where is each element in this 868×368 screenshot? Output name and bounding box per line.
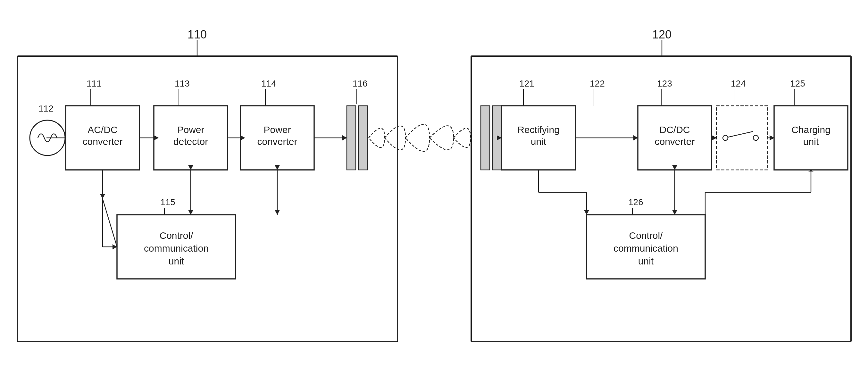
dcdc-converter-label1: DC/DC <box>660 124 690 135</box>
svg-marker-47 <box>584 210 589 215</box>
svg-marker-42 <box>275 210 280 215</box>
power-detector-label2: detector <box>174 136 208 147</box>
ref123-label: 123 <box>657 79 672 89</box>
ref113-label: 113 <box>175 79 190 89</box>
dcdc-converter-label2: converter <box>654 136 694 147</box>
control-comm-rx-label2: communication <box>614 243 678 253</box>
ref122-label: 122 <box>590 79 605 89</box>
ref120-label: 120 <box>652 28 672 41</box>
ref110-label: 110 <box>187 28 207 41</box>
control-comm-tx-label2: communication <box>144 243 209 253</box>
svg-rect-9 <box>481 106 490 170</box>
acdc-converter-label2: converter <box>82 136 122 147</box>
rectifying-unit-label1: Rectifying <box>517 124 560 135</box>
svg-rect-8 <box>359 106 367 170</box>
svg-rect-0 <box>18 56 398 341</box>
control-comm-tx-label1: Control/ <box>159 230 193 241</box>
charging-unit-label1: Charging <box>792 124 831 135</box>
power-detector-label: Power <box>177 124 204 135</box>
rectifying-unit-label2: unit <box>531 136 547 147</box>
ref116-label: 116 <box>352 79 368 89</box>
svg-marker-26 <box>342 135 347 141</box>
ref112-label: 112 <box>38 103 54 114</box>
svg-marker-50 <box>672 210 677 215</box>
diagram-container: 110 120 112 111 AC/DC converter 113 Powe… <box>0 0 868 368</box>
control-comm-tx-label3: unit <box>168 256 184 266</box>
control-comm-rx-label1: Control/ <box>629 230 663 241</box>
svg-marker-30 <box>633 135 638 141</box>
power-converter-label2: converter <box>257 136 297 147</box>
ref126-label: 126 <box>628 197 643 207</box>
svg-marker-39 <box>188 210 193 215</box>
ref111-label: 111 <box>87 79 102 89</box>
ref114-label: 114 <box>261 79 276 89</box>
acdc-converter-label: AC/DC <box>88 124 117 135</box>
svg-marker-32 <box>712 135 717 141</box>
ref115-label: 115 <box>160 197 175 207</box>
svg-rect-13 <box>716 106 768 170</box>
charging-unit-label2: unit <box>803 136 819 147</box>
svg-rect-7 <box>347 106 356 170</box>
control-comm-rx-label3: unit <box>638 256 654 266</box>
power-converter-label: Power <box>264 124 291 135</box>
svg-line-43 <box>102 199 117 247</box>
ref125-label: 125 <box>790 79 805 89</box>
ref124-label: 124 <box>731 79 746 89</box>
ref121-label: 121 <box>519 79 534 89</box>
